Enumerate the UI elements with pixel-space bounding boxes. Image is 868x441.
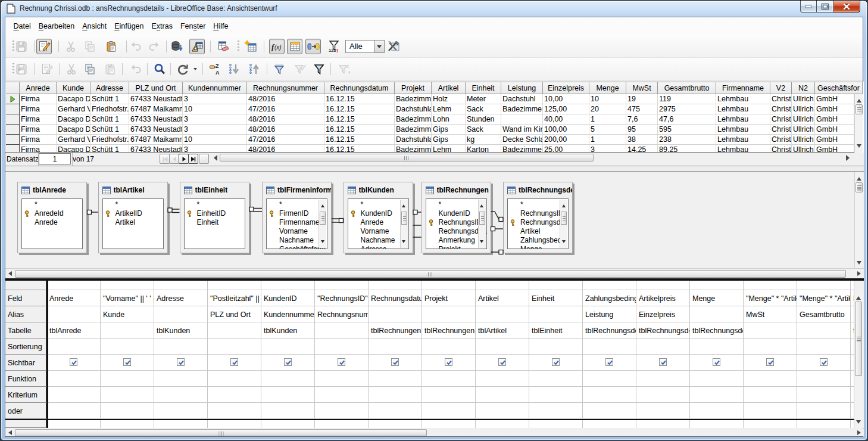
query-cell-feld[interactable]: Einheit [529,290,583,306]
table-cell[interactable]: Friedhofstr. [90,135,129,145]
table-cell[interactable]: 10 [183,104,247,114]
query-cell-alias[interactable] [369,306,422,322]
table-cell[interactable]: Badezimm [395,94,432,104]
visible-checkbox[interactable] [659,358,667,366]
table-cell[interactable]: 16.12.15 [324,135,395,145]
table-cell[interactable]: 16.12.15 [324,114,395,125]
query-cell-funktion[interactable] [797,371,851,387]
table-cell[interactable]: GmbH [815,135,854,145]
query-cell-kriterium[interactable] [369,387,422,403]
table-cell[interactable]: Schütt 1 [90,125,129,135]
query-cell-funktion[interactable] [101,371,154,387]
table-cell[interactable]: 67487 Maikamm [129,104,183,114]
row-header[interactable] [6,135,20,145]
query-cell-sortierung[interactable] [583,338,636,355]
query-cell-sortierung[interactable] [154,338,208,355]
table-cell[interactable]: Schütt 1 [90,114,129,125]
copy-button[interactable] [82,39,98,54]
query-cell-tabelle[interactable]: tblEinheit [529,322,583,338]
standard-filter-button[interactable] [311,61,327,77]
query-cell-blank[interactable] [476,281,529,290]
menu-ansicht[interactable]: Ansicht [79,20,111,32]
query-cell-oder[interactable] [261,403,315,419]
query-cell-sortierung[interactable] [208,338,261,355]
query-cell-alias[interactable] [476,306,529,322]
table-cell[interactable]: 200,00 [543,135,589,145]
scroll-down-icon[interactable] [857,144,861,150]
new-record-button[interactable] [199,154,209,164]
query-cell-feld[interactable]: Projekt [422,290,476,306]
query-cell-funktion[interactable] [369,371,422,387]
query-cell-funktion[interactable] [47,371,101,387]
table-cell[interactable]: Sack [466,104,501,114]
query-cell-oder[interactable] [208,403,261,419]
table-cell[interactable]: Lehmbau [716,114,770,125]
query-cell-funktion[interactable] [154,371,208,387]
table-cell[interactable]: Lehmbau [716,135,770,145]
visible-checkbox[interactable] [605,358,613,366]
table-cell[interactable]: 3 [183,94,247,104]
query-cell-sortierung[interactable] [797,338,851,355]
query-cell-blank[interactable] [47,281,101,290]
query-cell-tabelle[interactable]: tblRechnungen [369,322,422,338]
query-cell-funktion[interactable] [315,371,369,387]
query-cell-alias[interactable]: Gesamtbrutto [797,306,851,322]
distinct-values-button[interactable]: 123! [327,39,342,54]
query-cell-blank[interactable] [47,420,101,428]
titlebar[interactable]: Rechnung Chrissi.odb : ansRechnungsdetai… [0,0,868,17]
row-header[interactable] [6,125,20,135]
query-cell-blank[interactable] [154,420,208,428]
query-cell-oder[interactable] [422,403,476,419]
query-cell-kriterium[interactable] [208,387,261,403]
table-cell[interactable]: Stunden [466,114,501,125]
edit-button[interactable] [36,39,52,54]
scroll-down-icon[interactable] [857,261,861,267]
query-cell-kriterium[interactable] [422,387,476,403]
table-cell[interactable]: Friedhofstr. [90,104,129,114]
table-cell[interactable]: Gerhard V [57,104,90,114]
query-cell-oder[interactable] [101,403,154,419]
query-cell-blank[interactable] [797,281,851,290]
query-cell-funktion[interactable] [422,371,476,387]
scroll-left-icon[interactable] [8,271,12,276]
table-cell[interactable]: Ullrich [792,114,815,125]
query-cell-sichtbar[interactable] [369,355,422,371]
reset-filter-button[interactable] [337,61,352,77]
visible-checkbox[interactable] [284,358,292,366]
table-cell[interactable]: Lehmbau [716,104,770,114]
table-cell[interactable]: 3 [183,114,247,125]
table-cell[interactable]: 19 [626,94,658,104]
close-button[interactable] [833,1,860,13]
table-cell[interactable]: Badezimmer [501,104,543,114]
query-cell-alias[interactable]: Leistung [583,306,636,322]
query-cell-funktion[interactable] [636,371,690,387]
next-record-button[interactable] [179,154,189,164]
visible-checkbox[interactable] [70,358,77,366]
visible-checkbox[interactable] [498,358,506,366]
query-cell-alias[interactable]: Kundennummer [261,306,315,322]
query-cell-sortierung[interactable] [261,338,315,355]
scroll-right-icon[interactable] [857,430,861,435]
query-cell-blank[interactable] [690,420,744,428]
column-header-artikel[interactable]: Artikel [432,82,466,94]
query-cell-kriterium[interactable] [47,387,101,403]
query-cell-blank[interactable] [261,281,315,290]
column-header-adresse[interactable]: Adresse [90,82,129,94]
column-header-menge[interactable]: Menge [589,82,626,94]
query-cell-blank[interactable] [101,281,154,290]
query-cell-tabelle[interactable]: tblKunden [261,322,315,338]
visible-checkbox[interactable] [338,358,345,366]
table-cell[interactable]: 67433 Neustadt [129,94,183,104]
table-cell[interactable]: 119 [658,94,716,104]
table-cell[interactable]: Sack [466,125,501,135]
query-cell-blank[interactable] [529,281,583,290]
query-cell-blank[interactable] [369,281,422,290]
table-cell[interactable]: 2975 [658,104,716,114]
table-cell[interactable]: 48/2016 [247,94,324,104]
query-horizontal-scrollbar[interactable] [5,428,864,436]
query-cell-sichtbar[interactable] [101,355,154,371]
maximize-button[interactable] [817,1,833,13]
query-cell-blank[interactable] [851,281,854,290]
query-cell-blank[interactable] [744,420,797,428]
scrollbar-thumb[interactable] [15,429,427,436]
